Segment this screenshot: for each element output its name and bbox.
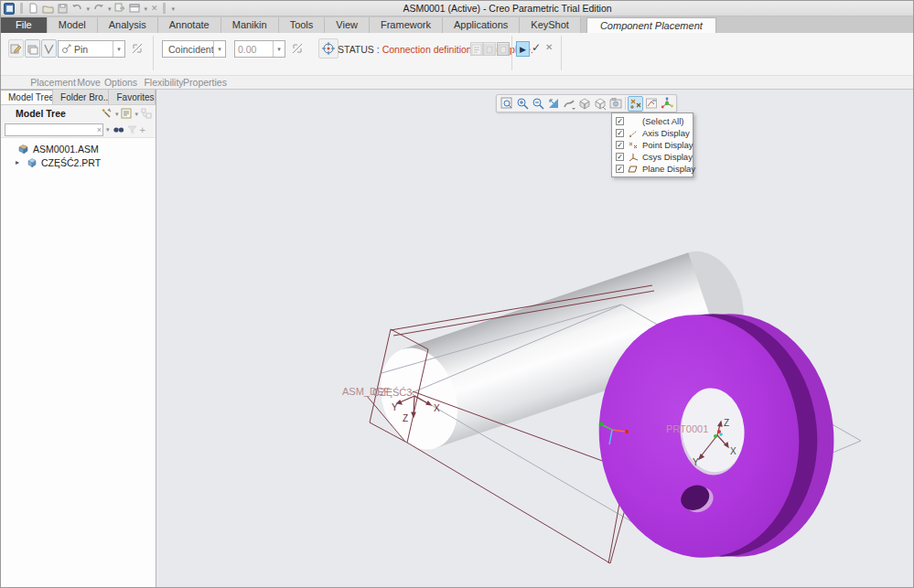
manual-placement-button[interactable] (25, 39, 40, 58)
ribbon: Pin ▾ Coincident ▾ 0.00 ▾ STATUS : Conne… (1, 33, 913, 76)
tab-view[interactable]: View (325, 17, 370, 33)
redo-dropdown-icon[interactable]: ▾ (108, 5, 112, 12)
dashboard-panel-icon[interactable] (497, 42, 510, 56)
datum-display-filters-icon[interactable] (628, 96, 643, 112)
render-style-icon[interactable] (561, 96, 576, 112)
open-icon[interactable] (42, 4, 54, 14)
show-dragger-icon[interactable] (470, 42, 483, 56)
tab-applications[interactable]: Applications (443, 17, 520, 33)
expand-icon[interactable]: ▸ (16, 158, 23, 166)
offset-value: 0.00 (238, 44, 256, 55)
connection-type-dropdown-icon[interactable]: ▾ (113, 41, 124, 57)
undo-dropdown-icon[interactable]: ▾ (86, 5, 90, 12)
resume-button[interactable]: ▶ (516, 41, 530, 57)
tree-view-dropdown-icon[interactable]: ▾ (134, 111, 138, 117)
axis-label-y: Y (392, 402, 398, 412)
search-dropdown-icon[interactable]: ▾ (106, 126, 110, 133)
offset-dropdown-icon[interactable]: ▾ (273, 41, 285, 57)
tab-model-tree[interactable]: Model Tree (1, 90, 53, 104)
tree-item-assembly[interactable]: ASM0001.ASM (1, 142, 156, 155)
tree-view-options-icon[interactable] (121, 108, 132, 119)
tab-favorites[interactable]: Favorites (109, 90, 156, 104)
model-tree-header: Model Tree ▾ ▾ (1, 105, 156, 122)
subtab-move[interactable]: Move (77, 77, 101, 88)
subtab-flexibility[interactable]: Flexibility (144, 77, 183, 88)
checkbox-checked[interactable]: ✓ (616, 117, 624, 125)
checkbox-checked[interactable]: ✓ (616, 129, 624, 137)
tree-tools-dropdown-icon[interactable]: ▾ (115, 111, 119, 117)
edit-definition-button[interactable] (8, 39, 24, 58)
tab-model[interactable]: Model (48, 17, 98, 33)
tree-search-row: × ▾ + (1, 122, 156, 138)
subtab-properties[interactable]: Properties (183, 77, 227, 88)
undo-icon[interactable] (71, 4, 82, 13)
find-icon[interactable] (113, 125, 124, 134)
zoom-out-icon[interactable] (530, 96, 545, 112)
3d-dragger-toggle-icon[interactable] (483, 42, 496, 56)
tab-framework[interactable]: Framework (370, 17, 443, 33)
zoom-in-icon[interactable] (514, 96, 530, 112)
axis-label-x: X (730, 446, 737, 456)
tab-manikin[interactable]: Manikin (221, 17, 279, 33)
tab-file[interactable]: File (1, 17, 48, 33)
spin-center-icon[interactable] (659, 96, 674, 112)
menu-item-select-all[interactable]: ✓ (Select All) (612, 115, 693, 127)
predefined-constraints-button[interactable] (41, 39, 57, 58)
tree-item-label: ASM0001.ASM (33, 144, 99, 155)
redo-icon[interactable] (93, 4, 104, 13)
tab-folder-browser[interactable]: Folder Bro... (53, 90, 109, 104)
flip-constraint-icon[interactable] (291, 42, 304, 59)
menu-item-label: Plane Display (642, 164, 695, 174)
connection-type-combo[interactable]: Pin ▾ (58, 40, 125, 58)
divider (163, 3, 166, 14)
refit-icon[interactable] (545, 96, 561, 112)
checkbox-checked[interactable]: ✓ (616, 165, 624, 173)
menu-item-axis-display[interactable]: ✓ Axis Display (612, 127, 693, 139)
tree-search-input[interactable] (5, 124, 102, 135)
ribbon-tab-bar: File Model Analysis Annotate Manikin Too… (1, 16, 913, 33)
tree-item-part[interactable]: ▸ CZĘŚĆ2.PRT (1, 155, 156, 169)
datum-display-menu: ✓ (Select All) ✓ Axis Display ✓ Point Di… (611, 112, 694, 177)
tab-keyshot[interactable]: KeyShot (520, 17, 581, 33)
ribbon-divider (561, 36, 562, 70)
annotation-display-icon[interactable] (643, 96, 659, 112)
title-bar: ▾ ▾ ▾ ✕ ▾ ASM0001 (Active) - Creo Parame… (1, 1, 913, 16)
tree-columns-icon (141, 108, 152, 119)
display-style-icon[interactable] (576, 96, 592, 112)
view-manager-icon[interactable] (608, 96, 623, 112)
menu-item-point-display[interactable]: ✓ Point Display (612, 139, 693, 151)
windows-dropdown-icon[interactable]: ▾ (144, 5, 147, 12)
checkbox-checked[interactable]: ✓ (616, 153, 624, 161)
menu-item-csys-display[interactable]: ✓ Csys Display (612, 151, 693, 163)
zoom-region-icon[interactable] (499, 96, 514, 112)
filter-icon (127, 125, 137, 134)
constraint-type-combo[interactable]: Coincident ▾ (162, 40, 226, 58)
tab-annotate[interactable]: Annotate (158, 17, 221, 33)
flip-connections-icon[interactable] (131, 42, 144, 59)
tab-analysis[interactable]: Analysis (98, 17, 158, 33)
graphics-area[interactable]: ASM_DEF CZĘŚĆ3 X Y Z (156, 90, 913, 588)
search-clear-icon[interactable]: × (97, 124, 102, 136)
graphics-toolbar (496, 94, 677, 112)
placement-status-button[interactable] (318, 38, 339, 59)
tree-tools-icon[interactable] (101, 108, 113, 119)
offset-combo[interactable]: 0.00 ▾ (234, 40, 285, 58)
regenerate-icon[interactable] (114, 3, 125, 14)
part-icon (27, 157, 38, 167)
app-icon[interactable] (4, 3, 15, 15)
save-icon[interactable] (58, 4, 68, 14)
saved-orientations-icon[interactable] (592, 96, 608, 112)
tab-tools[interactable]: Tools (279, 17, 326, 33)
checkbox-checked[interactable]: ✓ (616, 141, 624, 149)
new-file-icon[interactable] (28, 3, 38, 14)
cancel-button[interactable]: ✕ (545, 42, 553, 52)
accept-button[interactable]: ✓ (532, 41, 541, 54)
close-window-icon[interactable]: ✕ (151, 4, 158, 13)
windows-icon[interactable] (129, 4, 140, 13)
constraint-type-dropdown-icon[interactable]: ▾ (213, 41, 225, 57)
subtab-options[interactable]: Options (104, 77, 137, 88)
tab-component-placement[interactable]: Component Placement (586, 17, 716, 33)
subtab-placement[interactable]: Placement (30, 77, 76, 88)
menu-item-plane-display[interactable]: ✓ Plane Display (612, 163, 693, 175)
axis-label-y: Y (693, 457, 699, 467)
